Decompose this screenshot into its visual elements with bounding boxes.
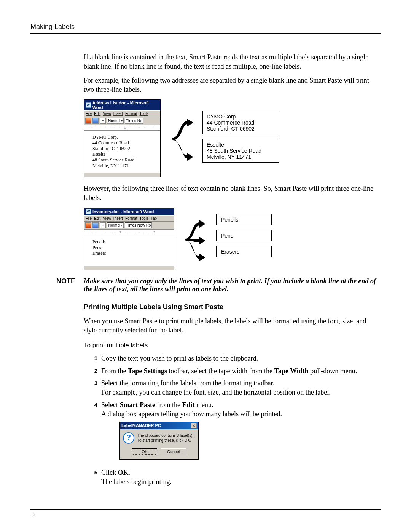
scrollbar-1[interactable]	[84, 173, 160, 177]
menu-format[interactable]: Format	[125, 216, 137, 220]
scrollbar-2[interactable]	[84, 266, 174, 270]
figure-inventory: W Inventory.doc - Microsoft Word FileEdi…	[84, 208, 381, 270]
labels-col-2: Pencils Pens Erasers	[216, 214, 272, 257]
dialog-message: The clipboard contains 3 label(s). To st…	[137, 433, 193, 443]
page-header: Making Labels	[30, 23, 381, 34]
menu-table[interactable]: Tab	[151, 216, 157, 220]
word-toolbar-1: » Normal▾ Times Ne	[84, 117, 160, 125]
menu-edit[interactable]: Edit	[94, 216, 100, 220]
word-window-2: W Inventory.doc - Microsoft Word FileEdi…	[84, 208, 174, 270]
word-icon: W	[86, 209, 91, 214]
font-combo-2[interactable]: Times New Ro	[125, 222, 152, 228]
menu-edit[interactable]: Edit	[94, 112, 100, 116]
paragraph-section-intro: When you use Smart Paste to print multip…	[84, 316, 381, 335]
note-block: NOTE Make sure that you copy only the li…	[84, 277, 381, 293]
task-heading: To print multiple labels	[84, 342, 381, 349]
paragraph-example1: For example, the following two addresses…	[84, 76, 381, 94]
step-5: 5 Click OK.The labels begin printing.	[91, 468, 381, 487]
close-icon[interactable]: ×	[191, 423, 197, 428]
menu-insert[interactable]: Insert	[113, 112, 123, 116]
ruler-1: · · · · · · · 1 · · · · · ·	[84, 125, 160, 131]
font-combo-1[interactable]: Times Ne	[125, 118, 143, 124]
step-3: 3 Select the formatting for the labels f…	[91, 379, 381, 397]
toolbar-icon-1[interactable]	[85, 222, 91, 228]
label-box-address1: DYMO Corp. 44 Commerce Road Stamford, CT…	[202, 111, 279, 134]
labels-col-1: DYMO Corp. 44 Commerce Road Stamford, CT…	[202, 111, 279, 163]
cancel-button[interactable]: Cancel	[161, 448, 186, 455]
figure-address-list: W Address List.doc - Microsoft Word File…	[84, 99, 381, 177]
arrow-split-icon	[168, 106, 195, 171]
doc-area-1: DYMO Corp. 44 Commerce Road Stamford, CT…	[84, 131, 160, 173]
label-box-pencils: Pencils	[216, 214, 272, 225]
question-icon: ?	[123, 432, 134, 444]
menu-tools[interactable]: Tools	[140, 216, 148, 220]
steps-list: 1 Copy the text you wish to print as lab…	[91, 354, 381, 486]
style-combo-2[interactable]: Normal▾	[107, 222, 124, 228]
step-2: 2 From the Tape Settings toolbar, select…	[91, 366, 381, 375]
label-box-erasers: Erasers	[216, 246, 272, 257]
label-box-address2: Esselte 48 South Service Road Melville, …	[202, 139, 279, 163]
word-title-1: Address List.doc - Microsoft Word	[92, 101, 159, 110]
toolbar-overflow-icon[interactable]: »	[100, 118, 106, 124]
menu-file[interactable]: File	[86, 216, 92, 220]
step-4: 4 Select Smart Paste from the Edit menu.…	[91, 400, 381, 465]
menu-insert[interactable]: Insert	[113, 216, 123, 220]
note-text: Make sure that you copy only the lines o…	[84, 277, 381, 293]
page-number: 12	[30, 512, 36, 518]
section-heading: Printing Multiple Labels Using Smart Pas…	[84, 303, 381, 311]
menu-format[interactable]: Format	[125, 112, 137, 116]
toolbar-icon-1[interactable]	[85, 118, 91, 124]
word-menubar-2: FileEditViewInsertFormatToolsTab	[84, 215, 174, 222]
doc-area-2: Pencils Pens Erasers	[84, 235, 174, 266]
dialog-titlebar: LabelMANAGER PC ×	[120, 422, 198, 429]
menu-tools[interactable]: Tools	[140, 112, 148, 116]
chevron-down-icon: ▾	[121, 119, 123, 123]
word-title-2: Inventory.doc - Microsoft Word	[92, 209, 154, 214]
step-1: 1 Copy the text you wish to print as lab…	[91, 354, 381, 363]
toolbar-overflow-icon[interactable]: »	[100, 222, 106, 228]
dialog-title: LabelMANAGER PC	[121, 423, 161, 428]
word-icon: W	[86, 102, 91, 108]
ruler-2: · · · · · · 1 · · · · · · 2	[84, 230, 174, 235]
toolbar-icon-2[interactable]	[92, 118, 99, 124]
ok-button[interactable]: OK	[132, 448, 157, 455]
word-titlebar-1: W Address List.doc - Microsoft Word	[84, 100, 160, 110]
page-footer: 12	[30, 509, 381, 518]
menu-file[interactable]: File	[86, 112, 92, 116]
word-menubar-1: FileEditViewInsertFormatTools	[84, 110, 160, 117]
word-window-1: W Address List.doc - Microsoft Word File…	[84, 99, 161, 177]
note-label: NOTE	[56, 277, 79, 293]
menu-view[interactable]: View	[103, 112, 111, 116]
paragraph-intro: If a blank line is contained in the text…	[84, 53, 381, 71]
dialog-labelmanager: LabelMANAGER PC × ? The clipboard contai…	[119, 422, 199, 460]
label-box-pens: Pens	[216, 230, 272, 241]
word-titlebar-2: W Inventory.doc - Microsoft Word	[84, 208, 174, 215]
toolbar-icon-2[interactable]	[92, 222, 99, 228]
chevron-down-icon: ▾	[121, 224, 123, 227]
style-combo-1[interactable]: Normal▾	[107, 118, 124, 124]
word-toolbar-2: » Normal▾ Times New Ro	[84, 222, 174, 230]
arrow-split-icon	[182, 212, 209, 266]
paragraph-example2: However, the following three lines of te…	[84, 184, 381, 203]
menu-view[interactable]: View	[103, 216, 111, 220]
